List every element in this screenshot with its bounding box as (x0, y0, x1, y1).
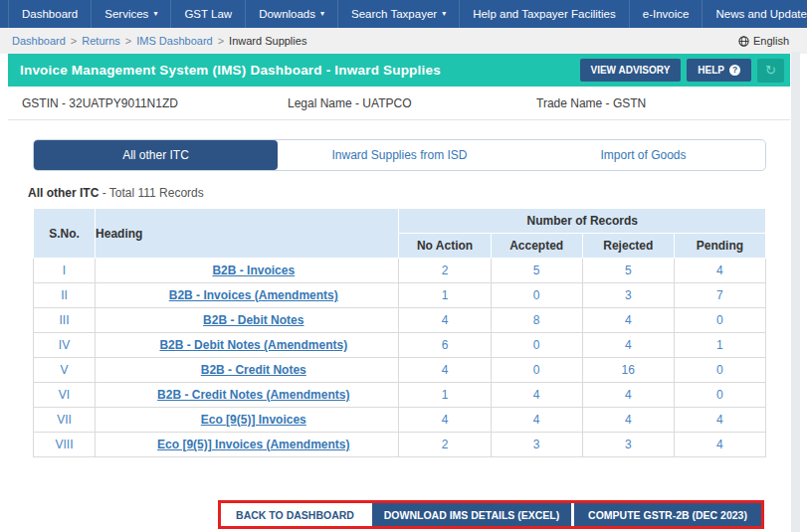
row-pending-count: 4 (674, 433, 765, 457)
row-heading-cell: B2B - Credit Notes (Amendments) (96, 383, 399, 408)
records-summary-count: - Total 111 Records (99, 186, 203, 200)
nav-item-search-taxpayer[interactable]: Search Taxpayer ▾ (338, 0, 460, 28)
help-button-label: HELP (698, 65, 724, 76)
row-heading-link[interactable]: B2B - Credit Notes (201, 363, 306, 377)
row-no-action-count: 6 (399, 333, 491, 358)
language-selector[interactable]: English (753, 35, 789, 47)
nav-item-label: e-Invoice (643, 8, 690, 20)
row-accepted-count: 4 (491, 408, 582, 433)
row-rejected-count: 4 (582, 383, 674, 408)
row-pending-count: 1 (674, 333, 765, 358)
tab-inward-supplies-from-isd[interactable]: Inward Supplies from ISD (278, 140, 521, 170)
gstin-value: GSTIN - 32UATPY9011N1ZD (22, 96, 288, 110)
back-to-dashboard-button[interactable]: BACK TO DASHBOARD (221, 503, 369, 526)
row-heading-link[interactable]: B2B - Debit Notes (203, 313, 303, 327)
compute-gstr2b-button[interactable]: COMPUTE GSTR-2B (DEC 2023) (574, 503, 761, 526)
row-no-action-count: 4 (399, 358, 491, 383)
column-header-accepted: Accepted (491, 234, 582, 259)
column-group-number-of-records: Number of Records (399, 209, 766, 234)
row-rejected-count: 4 (582, 408, 674, 433)
row-heading-cell: B2B - Invoices (96, 259, 399, 283)
row-heading-link[interactable]: B2B - Debit Notes (Amendments) (159, 338, 347, 352)
row-heading-cell: B2B - Debit Notes (Amendments) (96, 333, 399, 358)
row-heading-link[interactable]: Eco [9(5)] Invoices (Amendments) (157, 438, 349, 451)
row-accepted-count: 0 (491, 333, 582, 358)
row-serial: VII (34, 408, 96, 433)
records-summary: All other ITC - Total 111 Records (28, 186, 766, 200)
row-heading-cell: B2B - Debit Notes (96, 308, 399, 333)
row-no-action-count: 2 (399, 259, 491, 283)
table-row: VIII Eco [9(5)] Invoices (Amendments) 2 … (34, 433, 766, 457)
row-heading-cell: Eco [9(5)] Invoices (96, 408, 399, 433)
row-rejected-count: 5 (582, 259, 674, 283)
row-pending-count: 4 (674, 408, 765, 433)
row-pending-count: 7 (674, 283, 765, 308)
trade-name-value: Trade Name - GSTN (536, 96, 646, 110)
row-serial: VI (34, 383, 96, 408)
help-button[interactable]: HELP ? (687, 59, 751, 82)
breadcrumb-current-page: Inward Supplies (229, 35, 306, 47)
table-row: I B2B - Invoices 2 5 5 4 (34, 259, 766, 283)
row-heading-link[interactable]: B2B - Credit Notes (Amendments) (157, 388, 349, 402)
nav-item-e-invoice[interactable]: e-Invoice (630, 0, 704, 28)
tab-all-other-itc[interactable]: All other ITC (34, 140, 278, 170)
main-content: Invoice Management System (IMS) Dashboar… (8, 54, 790, 457)
legal-name-value: Legal Name - UATPCO (288, 96, 536, 110)
records-summary-title: All other ITC (28, 186, 99, 200)
download-ims-details-button[interactable]: DOWNLOAD IMS DETAILS (EXCEL) (372, 503, 571, 526)
row-heading-link[interactable]: B2B - Invoices (212, 264, 295, 277)
table-row: VI B2B - Credit Notes (Amendments) 1 4 4… (34, 383, 766, 408)
records-table-body: I B2B - Invoices 2 5 5 4 II B2B - Invoic… (34, 259, 766, 457)
tab-import-of-goods[interactable]: Import of Goods (521, 140, 765, 170)
row-rejected-count: 3 (582, 283, 674, 308)
row-rejected-count: 4 (582, 333, 674, 358)
row-no-action-count: 2 (399, 433, 491, 457)
nav-item-label: Help and Taxpayer Facilities (473, 8, 616, 20)
nav-item-dashboard[interactable]: Dashboard (8, 0, 92, 28)
scrollbar-track[interactable] (791, 52, 800, 532)
row-rejected-count: 4 (582, 308, 674, 333)
breadcrumb-link-ims-dashboard[interactable]: IMS Dashboard (136, 35, 212, 47)
nav-item-services[interactable]: Services ▾ (92, 0, 171, 28)
nav-item-help-and-taxpayer-facilities[interactable]: Help and Taxpayer Facilities (460, 0, 630, 28)
chevron-down-icon: ▾ (153, 10, 157, 18)
view-advisory-button[interactable]: VIEW ADVISORY (580, 59, 682, 82)
column-header-rejected: Rejected (582, 234, 674, 259)
row-no-action-count: 1 (399, 283, 491, 308)
question-mark-icon: ? (729, 65, 740, 76)
nav-item-downloads[interactable]: Downloads ▾ (246, 0, 338, 28)
nav-item-label: News and Updates (715, 8, 807, 20)
nav-item-gst-law[interactable]: GST Law (171, 0, 246, 28)
row-accepted-count: 0 (491, 283, 582, 308)
breadcrumb-link-returns[interactable]: Returns (82, 35, 120, 47)
nav-item-news-and-updates[interactable]: News and Updates (703, 0, 807, 28)
row-heading-link[interactable]: B2B - Invoices (Amendments) (169, 288, 338, 302)
row-no-action-count: 4 (399, 308, 491, 333)
row-serial: VIII (34, 433, 96, 457)
row-heading-cell: Eco [9(5)] Invoices (Amendments) (96, 433, 399, 457)
row-pending-count: 0 (674, 308, 765, 333)
breadcrumb-separator: > (218, 35, 224, 47)
breadcrumb-link-dashboard[interactable]: Dashboard (12, 35, 66, 47)
row-no-action-count: 4 (399, 408, 491, 433)
chevron-down-icon: ▾ (320, 10, 324, 18)
row-heading-link[interactable]: Eco [9(5)] Invoices (201, 413, 306, 427)
refresh-button[interactable]: ↻ (757, 59, 784, 83)
table-row: IV B2B - Debit Notes (Amendments) 6 0 4 … (34, 333, 766, 358)
top-navbar: Dashboard Services ▾ GST Law Downloads ▾… (0, 0, 807, 28)
table-row: VII Eco [9(5)] Invoices 4 4 4 4 (34, 408, 766, 433)
chevron-down-icon: ▾ (442, 10, 446, 18)
row-accepted-count: 5 (491, 259, 582, 283)
nav-item-label: Dashboard (22, 8, 78, 20)
globe-icon (738, 36, 749, 47)
column-header-no-action: No Action (399, 234, 491, 259)
row-serial: I (34, 259, 96, 283)
nav-item-label: Downloads (259, 8, 315, 20)
row-rejected-count: 16 (582, 358, 674, 383)
breadcrumb: Dashboard > Returns > IMS Dashboard > In… (0, 28, 807, 54)
page-title: Invoice Management System (IMS) Dashboar… (20, 63, 441, 78)
column-header-pending: Pending (674, 234, 765, 259)
row-serial: V (34, 358, 96, 383)
nav-item-label: Services (104, 8, 148, 20)
column-header-heading: Heading (96, 209, 399, 259)
